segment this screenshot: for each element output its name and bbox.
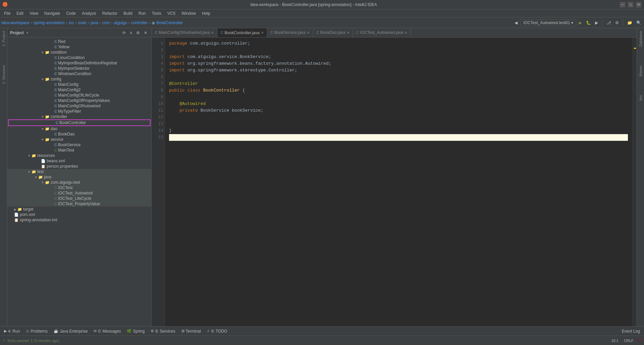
tab-close-icon[interactable]: ✕ [347, 31, 350, 35]
tree-item-maintest[interactable]: C MainTest [7, 148, 151, 153]
tree-item-service[interactable]: ▼ 📁 service [7, 137, 151, 142]
breadcrumb-atguigu[interactable]: atguigu [114, 20, 127, 25]
database-tool-icon[interactable]: Database [638, 30, 643, 48]
tree-item-bookdao[interactable]: C BookDao [7, 131, 151, 137]
tree-item-red[interactable]: C Red [7, 39, 151, 44]
folder-button[interactable]: 📁 [626, 20, 634, 26]
tab-close-icon[interactable]: ✕ [261, 31, 264, 35]
run-config-dropdown[interactable]: IOCTest_Autowired.test01 ▾ [520, 19, 576, 26]
project-tool-icon[interactable]: 1: Project [1, 30, 6, 48]
maximize-button[interactable]: □ [628, 2, 633, 7]
todo-button[interactable]: ✓ 6: TODO [204, 328, 230, 334]
tree-item-mainconfigoflifecycle[interactable]: C MainConfigOfLifeCycle [7, 93, 151, 98]
tree-item-resources[interactable]: ▼ 📁 resources [7, 153, 151, 158]
tab-close-icon[interactable]: ✕ [307, 31, 310, 35]
debug-button[interactable]: 🐛 [585, 20, 592, 26]
event-log-button[interactable]: Event Log [619, 328, 643, 334]
run-button[interactable]: ▶ [578, 20, 583, 26]
tree-item-mainconfigofautowired[interactable]: C MainConfigOfAutowired [7, 103, 151, 109]
tree-item-mainconfigofpropertyvalues[interactable]: C MainConfigOfPropertyValues [7, 98, 151, 103]
tree-item-ioctest[interactable]: C IOCTest [7, 185, 151, 190]
tree-item-ioctest-propertyvalue[interactable]: C IOCTest_PropertyValue [7, 201, 151, 207]
code-editor[interactable]: 1 2 3 4 5 6 7 8 9 10 11 12 13 14 15 pack… [152, 38, 637, 326]
tree-item-ioctest-lifecycle[interactable]: C IOCTest_LifeCycle [7, 196, 151, 201]
tab-ioctest-autowired[interactable]: C IOCTest_Autowired.java ✕ [353, 28, 411, 37]
tree-item-test[interactable]: ▼ 📁 test [7, 169, 151, 174]
menu-build[interactable]: Build [121, 10, 135, 16]
maven-tool-icon[interactable]: Maven [638, 64, 643, 78]
menu-edit[interactable]: Edit [14, 10, 26, 16]
structure-tool-icon[interactable]: 2: Structure [1, 64, 6, 85]
vcs-button[interactable]: ⎇ [605, 20, 612, 26]
menu-window[interactable]: Window [179, 10, 199, 16]
tree-item-pomxml[interactable]: 📄 pom.xml [7, 212, 151, 217]
code-content[interactable]: package com.atguigu.controller; import c… [165, 38, 632, 326]
tree-item-springannotationiml[interactable]: 📋 spring-annotation.iml [7, 217, 151, 223]
tree-item-linuxcondition[interactable]: C LinuxCondition [7, 55, 151, 60]
tab-bookdao[interactable]: C BookDao.java ✕ [313, 28, 353, 37]
run-tool-button[interactable]: ▶ 4: Run [1, 328, 22, 334]
menu-view[interactable]: View [27, 10, 41, 16]
tree-item-windowscondition[interactable]: C WindowsCondition [7, 71, 151, 76]
minimize-button[interactable]: ─ [620, 2, 625, 7]
run-with-coverage-button[interactable]: ▶̈ [594, 20, 599, 26]
project-dropdown-icon[interactable]: ▾ [26, 31, 28, 35]
terminal-button[interactable]: ⊞ Terminal [179, 328, 204, 334]
breadcrumb-java[interactable]: java [91, 20, 98, 25]
tree-item-bookservice[interactable]: C BookService [7, 142, 151, 148]
tree-item-config[interactable]: ▼ 📁 config [7, 76, 151, 82]
project-collapse-button[interactable]: ≡ [128, 30, 133, 36]
tree-item-bookcontroller[interactable]: C BookController [8, 119, 151, 126]
menu-vcs[interactable]: VCS [165, 10, 178, 16]
tree-item-comatguigutest[interactable]: ▼ 📁 com.atguigu.test [7, 180, 151, 185]
project-gear-button[interactable]: ⚙ [135, 30, 141, 36]
menu-tools[interactable]: Tools [149, 10, 164, 16]
menu-navigate[interactable]: Navigate [42, 10, 63, 16]
spring-button[interactable]: 🌿 Spring [124, 328, 147, 334]
tab-close-icon[interactable]: ✕ [211, 31, 214, 35]
breadcrumb-module[interactable]: spring-annotation [34, 20, 65, 25]
close-button[interactable]: ✕ [636, 2, 641, 7]
tree-item-yellow[interactable]: C Yellow [7, 44, 151, 50]
breadcrumb-workspace[interactable]: idea-workspace [1, 20, 30, 25]
tree-item-condition[interactable]: ▼ 📁 condition [7, 50, 151, 55]
messages-button[interactable]: ✉ 0: Messages [91, 328, 123, 334]
tree-item-mytypefilter[interactable]: C MyTypeFilter [7, 109, 151, 114]
settings-button[interactable]: ⚙ [614, 20, 620, 26]
java-enterprise-button[interactable]: ☕ Java Enterprise [51, 328, 90, 334]
menu-refactor[interactable]: Refactor [100, 10, 120, 16]
tab-close-icon[interactable]: ✕ [405, 31, 407, 35]
tree-item-dao[interactable]: ▼ 📁 dao [7, 126, 151, 131]
problems-button[interactable]: ⚠ Problems [23, 328, 50, 334]
editor-scrollbar[interactable] [632, 38, 637, 326]
breadcrumb-src[interactable]: src [69, 20, 74, 25]
tree-item-target[interactable]: ▶ 📁 target [7, 207, 151, 212]
tree-item-java[interactable]: ▼ 📁 java [7, 174, 151, 180]
breadcrumb-classname[interactable]: BookController [156, 20, 183, 25]
project-sync-button[interactable]: ⟳ [121, 30, 127, 36]
menu-code[interactable]: Code [63, 10, 78, 16]
menu-run[interactable]: Run [136, 10, 149, 16]
breadcrumb-controller[interactable]: controller [131, 20, 148, 25]
tab-bookcontroller[interactable]: C BookController.java ✕ [217, 28, 267, 37]
tree-item-myimportbeandefinitionregistrar[interactable]: C MyImportBeanDefinitionRegistrar [7, 60, 151, 66]
menu-file[interactable]: File [1, 10, 13, 16]
tab-mainconfigofautowired[interactable]: C MainConfigOfAutowired.java ✕ [152, 28, 217, 37]
navigate-back-button[interactable]: ◀ [513, 20, 519, 26]
tree-item-personproperties[interactable]: 📋 person.properties [7, 164, 151, 169]
tab-bookservice[interactable]: C BookService.java ✕ [267, 28, 313, 37]
project-hide-button[interactable]: ✕ [143, 30, 149, 36]
menu-analyze[interactable]: Analyze [79, 10, 99, 16]
tree-item-beansxml[interactable]: 📄 beans.xml [7, 158, 151, 164]
menu-help[interactable]: Help [199, 10, 213, 16]
search-button[interactable]: 🔍 [635, 20, 643, 26]
tree-item-mainconfig2[interactable]: C MainConfig2 [7, 87, 151, 93]
tree-item-ioctest-autowired[interactable]: C IOCTest_Autowired [7, 190, 151, 196]
ant-tool-icon[interactable]: Ant [638, 94, 643, 102]
breadcrumb-com[interactable]: com [102, 20, 110, 25]
breadcrumb-main[interactable]: main [78, 20, 87, 25]
tree-item-controller[interactable]: ▼ 📁 controller [7, 114, 151, 119]
tree-item-myimportselector[interactable]: C MyImportSelector [7, 66, 151, 71]
tree-item-mainconfig[interactable]: C MainConfig [7, 82, 151, 87]
services-button[interactable]: ⚙ 8: Services [148, 328, 178, 334]
